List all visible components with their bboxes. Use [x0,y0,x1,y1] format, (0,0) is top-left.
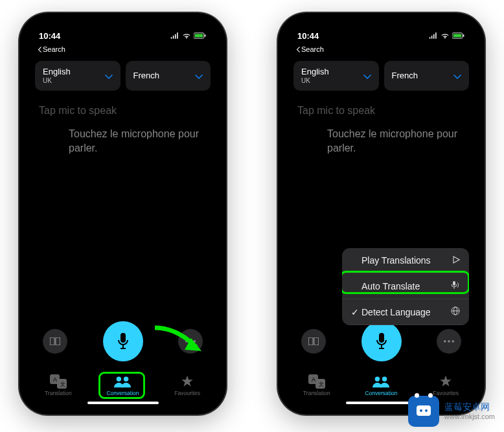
svg-text:文: 文 [319,381,324,387]
target-prompt: Touchez le microphone pour parler. [69,127,207,155]
menu-label: Play Translations [361,255,431,266]
status-time: 10:44 [39,31,60,41]
svg-text:A: A [53,376,57,383]
back-label: Search [43,45,65,53]
source-lang-sub: UK [43,77,71,85]
svg-rect-19 [463,34,464,36]
source-lang-sub: UK [301,77,329,85]
tab-label: Translation [45,390,72,396]
chevron-down-icon [453,70,461,82]
svg-text:文: 文 [60,381,65,387]
mic-button[interactable] [103,321,143,361]
svg-rect-28 [453,281,455,286]
more-menu: Play Translations Auto Translate ✓Detect… [342,248,469,325]
svg-point-16 [124,377,128,381]
controls-row [26,321,220,369]
svg-rect-3 [50,337,54,345]
star-icon [437,374,454,389]
watermark-badge [408,396,439,427]
svg-rect-1 [195,34,203,38]
tab-translation[interactable]: A文 Translation [294,374,339,396]
language-row: English UK French [284,56,478,96]
more-button[interactable] [178,329,203,354]
tab-label: Translation [303,390,330,396]
back-link[interactable]: Search [26,45,220,56]
conversation-icon [114,374,131,389]
source-prompt: Tap mic to speak [39,105,207,117]
tab-label: Conversation [106,390,139,396]
watermark: 蓝莓安卓网 www.lmkjst.com [408,396,495,427]
side-view-button[interactable] [43,329,67,354]
source-lang-name: English [43,67,71,77]
chevron-down-icon [363,70,371,82]
conversation-icon [372,374,389,389]
content-area: Tap mic to speak Touchez le microphone p… [26,96,220,321]
home-indicator[interactable] [87,402,159,404]
svg-point-8 [185,340,188,343]
phone-mockup-left: 10:44 Search English UK [19,13,226,415]
menu-label: Auto Translate [361,281,420,291]
svg-rect-39 [417,405,431,416]
check-icon: ✓ [351,307,361,317]
svg-point-27 [452,340,454,343]
svg-point-9 [189,340,192,343]
source-lang-picker[interactable]: English UK [293,61,379,91]
tab-conversation[interactable]: Conversation [100,374,145,396]
svg-point-25 [444,340,446,343]
chevron-down-icon [195,70,203,82]
menu-play-translations[interactable]: Play Translations [342,248,469,273]
mic-wave-icon [451,280,460,291]
menu-detect-language[interactable]: ✓Detect Language [342,299,469,325]
svg-point-37 [375,377,380,381]
phone-mockup-right: 10:44 Search English UK [278,13,485,415]
svg-rect-2 [205,34,206,36]
status-time: 10:44 [297,31,319,41]
svg-rect-22 [379,333,384,343]
watermark-url: www.lmkjst.com [444,413,495,421]
star-icon [179,374,196,389]
controls-row [284,321,478,369]
svg-point-10 [193,340,196,343]
source-prompt: Tap mic to speak [297,105,465,117]
translation-icon: A文 [308,374,325,389]
svg-rect-21 [314,337,319,345]
screen: 10:44 Search English UK [284,19,478,408]
translation-icon: A文 [50,374,67,389]
status-icons [170,32,207,39]
notch [74,19,172,35]
target-prompt: Touchez le microphone pour parler. [327,127,465,155]
svg-rect-5 [120,333,126,343]
home-indicator[interactable] [346,402,417,404]
target-lang-name: French [392,71,418,81]
target-lang-picker[interactable]: French [126,61,211,91]
svg-text:A: A [312,376,315,383]
chevron-down-icon [105,70,113,82]
play-icon [452,255,460,266]
svg-rect-18 [453,34,462,38]
tab-conversation[interactable]: Conversation [358,374,404,396]
watermark-title: 蓝莓安卓网 [444,402,495,413]
more-button[interactable] [437,329,461,354]
svg-point-38 [382,377,387,381]
notch [333,19,430,35]
svg-point-40 [420,409,422,412]
svg-rect-4 [56,337,60,345]
source-lang-name: English [301,67,329,77]
tab-translation[interactable]: A文 Translation [36,374,81,396]
back-link[interactable]: Search [284,45,478,56]
target-lang-picker[interactable]: French [384,61,470,91]
tab-label: Conversation [365,390,397,396]
tab-label: Favourites [174,390,200,396]
menu-auto-translate[interactable]: Auto Translate [342,273,469,299]
target-lang-name: French [133,71,159,81]
svg-point-15 [117,377,121,381]
mic-button[interactable] [361,321,402,361]
svg-rect-20 [308,337,313,345]
side-view-button[interactable] [301,329,326,354]
globe-icon [451,306,460,317]
source-lang-picker[interactable]: English UK [35,61,120,91]
svg-point-26 [448,340,450,343]
screen: 10:44 Search English UK [26,19,220,408]
status-icons [429,32,465,39]
tab-favourites[interactable]: Favourites [165,374,210,396]
